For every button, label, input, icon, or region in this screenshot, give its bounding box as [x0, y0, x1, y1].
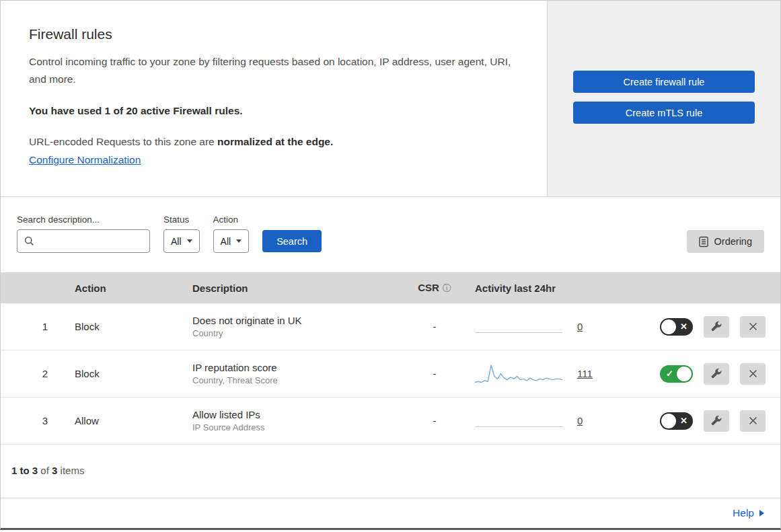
- csr-header-label: CSR: [418, 282, 439, 293]
- help-bar: Help: [1, 498, 780, 528]
- activity-sparkline: [475, 363, 562, 385]
- rules-table-header: Action Description CSRⓘ Activity last 24…: [1, 272, 780, 303]
- rule-priority: 1: [1, 321, 68, 332]
- rule-description-cell: Does not originate in UK Country: [186, 315, 404, 338]
- status-label: Status: [163, 215, 200, 225]
- items-of: of: [40, 465, 49, 476]
- rule-description[interactable]: Does not originate in UK: [192, 315, 404, 326]
- rule-description-cell: IP reputation score Country, Threat Scor…: [186, 362, 404, 385]
- filter-bar: Search description... Status All Action …: [1, 197, 780, 272]
- search-icon: [24, 236, 34, 246]
- search-input[interactable]: [40, 235, 143, 248]
- header-actions-panel: Create firewall rule Create mTLS rule: [547, 1, 780, 196]
- activity-count-link[interactable]: 0: [577, 321, 583, 332]
- activity-column-header: Activity last 24hr: [465, 282, 640, 294]
- edit-rule-button[interactable]: [704, 410, 729, 432]
- rule-criteria: IP Source Address: [192, 422, 404, 432]
- rule-controls: ✕: [640, 316, 780, 338]
- table-row: 2 Block IP reputation score Country, Thr…: [1, 350, 780, 397]
- rule-csr-value: -: [404, 368, 465, 379]
- status-dropdown-value: All: [171, 236, 182, 247]
- close-icon: [749, 369, 757, 378]
- rule-enabled-toggle[interactable]: ✓: [660, 365, 693, 383]
- wrench-icon: [711, 416, 722, 426]
- rule-priority: 3: [1, 415, 68, 426]
- rule-description-cell: Allow listed IPs IP Source Address: [186, 409, 404, 432]
- normalization-note: URL-encoded Requests to this zone are no…: [29, 136, 515, 148]
- action-dropdown[interactable]: All: [213, 229, 250, 253]
- chevron-down-icon: [187, 239, 192, 243]
- info-icon[interactable]: ⓘ: [443, 283, 451, 293]
- header-text-block: Firewall rules Control incoming traffic …: [1, 1, 547, 196]
- rule-description[interactable]: IP reputation score: [192, 362, 404, 373]
- action-filter-field: Action All: [213, 215, 250, 253]
- edit-rule-button[interactable]: [704, 316, 729, 338]
- rule-enabled-toggle[interactable]: ✕: [660, 412, 693, 430]
- rule-activity-cell: 0: [465, 320, 640, 333]
- action-dropdown-value: All: [221, 236, 231, 247]
- table-row: 1 Block Does not originate in UK Country…: [1, 303, 780, 350]
- create-mtls-rule-button[interactable]: Create mTLS rule: [573, 102, 755, 124]
- wrench-icon: [711, 369, 722, 379]
- close-icon: [749, 322, 757, 331]
- search-box: [17, 229, 150, 253]
- search-label: Search description...: [17, 215, 150, 225]
- delete-rule-button[interactable]: [740, 316, 766, 338]
- toggle-knob: [661, 319, 676, 334]
- ordering-button[interactable]: Ordering: [687, 230, 764, 253]
- page-header-section: Firewall rules Control incoming traffic …: [1, 1, 780, 197]
- rule-csr-value: -: [404, 415, 465, 426]
- firewall-rules-page: Firewall rules Control incoming traffic …: [0, 0, 781, 530]
- pagination-summary: 1 to 3 of 3 items: [1, 445, 780, 498]
- search-button[interactable]: Search: [262, 230, 322, 252]
- rule-activity-cell: 0: [465, 414, 640, 427]
- page-description: Control incoming traffic to your zone by…: [29, 53, 513, 87]
- page-title: Firewall rules: [29, 26, 515, 42]
- items-range: 1 to 3: [11, 465, 38, 476]
- toggle-state-icon: ✕: [680, 412, 687, 430]
- arrow-right-icon: [759, 510, 764, 517]
- action-column-header: Action: [68, 282, 186, 294]
- create-firewall-rule-button[interactable]: Create firewall rule: [573, 71, 755, 93]
- delete-rule-button[interactable]: [740, 410, 766, 432]
- normalization-bold: normalized at the edge.: [217, 136, 333, 147]
- close-icon: [749, 416, 757, 425]
- search-field: Search description...: [17, 215, 150, 253]
- rule-description[interactable]: Allow listed IPs: [192, 409, 404, 420]
- help-link-label: Help: [733, 507, 754, 519]
- configure-normalization-link[interactable]: Configure Normalization: [29, 154, 141, 166]
- rule-priority: 2: [1, 368, 68, 379]
- ordering-list-icon: [699, 236, 708, 248]
- table-row: 3 Allow Allow listed IPs IP Source Addre…: [1, 397, 780, 445]
- toggle-knob: [661, 414, 676, 428]
- status-dropdown[interactable]: All: [163, 229, 200, 253]
- rule-action: Block: [68, 321, 186, 332]
- items-label: items: [61, 465, 85, 476]
- activity-count-link[interactable]: 111: [577, 368, 593, 379]
- ordering-button-label: Ordering: [714, 236, 752, 247]
- rule-controls: ✓: [640, 363, 780, 385]
- edit-rule-button[interactable]: [704, 363, 729, 385]
- rule-csr-value: -: [404, 321, 465, 332]
- rule-criteria: Country: [192, 328, 404, 338]
- usage-summary: You have used 1 of 20 active Firewall ru…: [29, 105, 515, 117]
- items-total: 3: [52, 465, 57, 476]
- description-column-header: Description: [186, 282, 404, 294]
- rule-controls: ✕: [640, 410, 780, 432]
- rule-enabled-toggle[interactable]: ✕: [660, 318, 693, 336]
- rule-criteria: Country, Threat Score: [192, 375, 404, 385]
- toggle-state-icon: ✕: [680, 318, 687, 336]
- activity-count-link[interactable]: 0: [577, 415, 583, 426]
- status-filter-field: Status All: [163, 215, 200, 253]
- wrench-icon: [711, 321, 722, 332]
- normalization-text: URL-encoded Requests to this zone are: [29, 136, 215, 147]
- toggle-state-icon: ✓: [666, 365, 673, 383]
- help-link[interactable]: Help: [733, 507, 764, 519]
- rule-activity-cell: 111: [465, 363, 640, 385]
- activity-sparkline-empty: [475, 320, 562, 333]
- activity-sparkline-empty: [475, 414, 562, 427]
- rule-action: Block: [68, 368, 186, 379]
- chevron-down-icon: [236, 239, 241, 243]
- delete-rule-button[interactable]: [740, 363, 766, 385]
- csr-column-header: CSRⓘ: [404, 282, 465, 295]
